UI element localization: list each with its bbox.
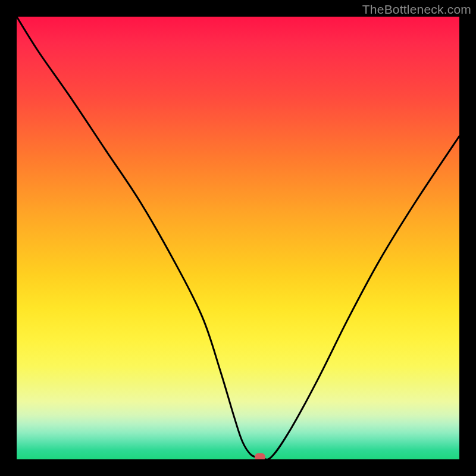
chart-frame: TheBottleneck.com (0, 0, 476, 476)
bottleneck-curve (17, 17, 459, 459)
watermark-text: TheBottleneck.com (362, 2, 471, 17)
bottleneck-point-marker (255, 453, 265, 459)
plot-area (17, 17, 459, 459)
